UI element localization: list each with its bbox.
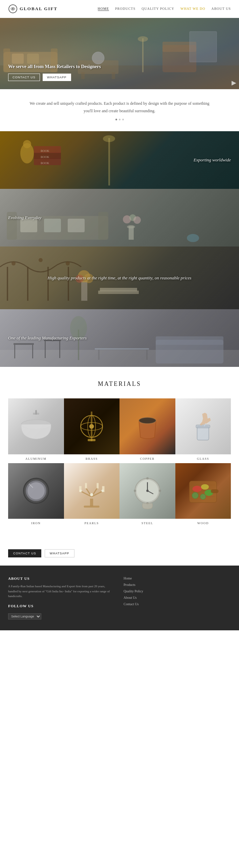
svg-point-49 xyxy=(12,261,16,265)
footer-nav-products[interactable]: Products xyxy=(124,583,231,587)
svg-rect-6 xyxy=(12,54,24,64)
material-aluminum-img xyxy=(8,398,64,454)
hero-content: We serve all from Mass Retailers to Desi… xyxy=(8,64,101,81)
bottom-buttons: CONTACT US WHATSAPP xyxy=(0,541,239,566)
banner4-text: One of the leading Manufacturing Exporte… xyxy=(0,335,95,341)
material-glass-img xyxy=(175,398,231,454)
logo-icon xyxy=(8,4,18,14)
svg-rect-43 xyxy=(81,280,87,301)
svg-point-51 xyxy=(66,261,70,265)
svg-rect-55 xyxy=(32,345,33,358)
footer-about-title: ABOUT US xyxy=(8,576,115,580)
svg-rect-62 xyxy=(98,350,100,360)
svg-point-91 xyxy=(80,490,82,492)
material-aluminum: ALUMINUM xyxy=(8,398,64,463)
svg-rect-89 xyxy=(97,483,99,489)
material-steel-label: STEEL xyxy=(120,519,175,528)
material-steel: STEEL xyxy=(120,463,175,528)
svg-rect-68 xyxy=(35,410,37,415)
svg-point-107 xyxy=(201,484,209,490)
hero-whatsapp-button[interactable]: WHATSAPP xyxy=(43,74,71,81)
logo-text: GLOBAL GIFT xyxy=(20,6,58,12)
svg-rect-30 xyxy=(20,219,37,232)
dot-1 xyxy=(115,119,117,120)
footer-about-col: ABOUT US A Family-Run Indian based Manuf… xyxy=(8,576,115,619)
bottom-whatsapp-button[interactable]: WHATSAPP xyxy=(45,549,74,557)
material-glass: GLASS xyxy=(175,398,231,463)
logo[interactable]: GLOBAL GIFT xyxy=(8,4,58,14)
svg-rect-85 xyxy=(84,506,100,508)
nav-products[interactable]: PRODUCTS xyxy=(115,7,135,11)
svg-rect-16 xyxy=(190,32,217,62)
nav-quality[interactable]: QUALITY POLICY xyxy=(142,7,174,11)
materials-grid: ALUMINUM BRASS xyxy=(8,398,231,528)
hero-contact-button[interactable]: CONTACT US xyxy=(8,74,40,81)
footer-nav-about[interactable]: About Us xyxy=(124,596,231,599)
iron-icon xyxy=(17,471,56,510)
footer-follow-title: FOLLOW US xyxy=(8,604,115,608)
svg-rect-42 xyxy=(68,267,69,301)
material-pearls: PEARLS xyxy=(64,463,120,528)
material-aluminum-label: ALUMINUM xyxy=(8,454,64,463)
nav-home[interactable]: HOME xyxy=(98,7,109,11)
material-glass-label: GLASS xyxy=(175,454,231,463)
footer: ABOUT US A Family-Run Indian based Manuf… xyxy=(0,566,239,630)
footer-nav-home[interactable]: Home xyxy=(124,576,231,580)
intro-section: We create and sell uniquely crafted prod… xyxy=(0,89,239,131)
banner-manufacturing: One of the leading Manufacturing Exporte… xyxy=(0,309,239,367)
material-steel-img xyxy=(120,463,175,519)
material-wood: WOOD xyxy=(175,463,231,528)
svg-rect-31 xyxy=(44,219,61,232)
svg-rect-7 xyxy=(27,54,39,64)
svg-rect-74 xyxy=(88,439,95,441)
intro-text: We create and sell uniquely crafted prod… xyxy=(27,100,212,115)
svg-rect-54 xyxy=(14,345,15,358)
material-iron-img xyxy=(8,463,64,519)
hero-section: We serve all from Mass Retailers to Desi… xyxy=(0,18,239,89)
material-copper: COPPER xyxy=(120,398,175,463)
materials-section: MATERIALS ALUMINUM xyxy=(0,367,239,541)
svg-rect-88 xyxy=(85,483,87,489)
svg-rect-10 xyxy=(112,72,115,79)
material-copper-img xyxy=(120,398,175,454)
svg-rect-57 xyxy=(45,341,46,358)
svg-text:BOOK: BOOK xyxy=(41,155,49,159)
svg-rect-77 xyxy=(197,426,209,440)
copper-icon xyxy=(128,407,167,446)
banner-exporting: BOOK BOOK BOOK Exporting worldwide xyxy=(0,131,239,189)
svg-rect-14 xyxy=(142,38,144,72)
banner-evolving: Evolving Everyday xyxy=(0,189,239,246)
svg-text:BOOK: BOOK xyxy=(41,161,49,165)
svg-point-11 xyxy=(92,52,104,64)
svg-rect-73 xyxy=(91,412,92,441)
footer-nav-quality[interactable]: Quality Policy xyxy=(124,589,231,593)
svg-rect-78 xyxy=(196,425,210,428)
nav-whatwedo[interactable]: WHAT WE DO xyxy=(180,7,205,11)
svg-point-98 xyxy=(146,477,149,480)
svg-point-92 xyxy=(102,490,104,492)
nav-about[interactable]: ABOUT US xyxy=(211,7,231,11)
nav-links: HOME PRODUCTS QUALITY POLICY WHAT WE DO … xyxy=(98,7,231,11)
svg-point-37 xyxy=(133,216,141,224)
svg-point-1 xyxy=(12,8,14,9)
language-select[interactable]: Select Language English Hindi xyxy=(8,613,41,619)
footer-nav-contact[interactable]: Contact Us xyxy=(124,602,231,606)
material-iron: IRON xyxy=(8,463,64,528)
brass-icon xyxy=(72,407,111,446)
hero-arrow-icon: ▶ xyxy=(232,79,236,86)
material-pearls-label: PEARLS xyxy=(64,519,120,528)
svg-point-90 xyxy=(90,493,93,496)
bottom-contact-button[interactable]: CONTACT US xyxy=(8,549,41,557)
banner3-text: High quality products at the right time,… xyxy=(0,275,239,281)
material-wood-img xyxy=(175,463,231,519)
svg-rect-61 xyxy=(95,348,149,350)
intro-dots xyxy=(27,119,212,120)
material-wood-label: WOOD xyxy=(175,519,231,528)
footer-about-text: A Family-Run Indian based Manufacturing … xyxy=(8,584,115,598)
navbar: GLOBAL GIFT HOME PRODUCTS QUALITY POLICY… xyxy=(0,0,239,18)
material-copper-label: COPPER xyxy=(120,454,175,463)
svg-point-100 xyxy=(134,490,136,492)
hero-buttons: CONTACT US WHATSAPP xyxy=(8,74,101,81)
banner1-text: Exporting worldwide xyxy=(186,157,239,163)
svg-rect-29 xyxy=(98,212,108,240)
